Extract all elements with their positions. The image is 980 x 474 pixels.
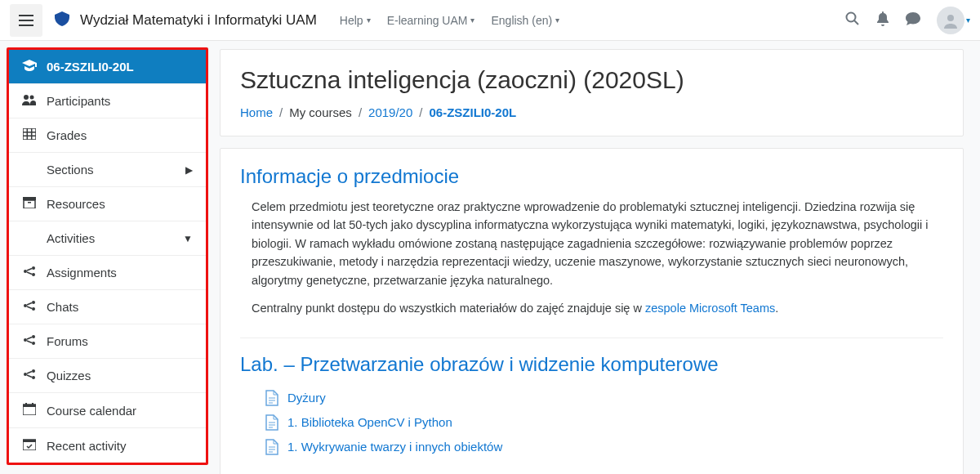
nav-help[interactable]: Help▾	[333, 9, 377, 32]
bell-icon	[876, 11, 889, 26]
users-icon	[22, 94, 37, 108]
svg-rect-25	[23, 440, 36, 442]
sidebar-item-label: 06-ZSZILI0-20L	[47, 60, 134, 74]
svg-point-18	[32, 369, 35, 373]
activity-list: Dyżury 1. Biblioteka OpenCV i Python 1. …	[240, 386, 943, 459]
chevron-down-icon: ▼	[183, 233, 193, 244]
sidebar-scroll[interactable]: 06-ZSZILI0-20L Participants Grades Secti…	[0, 41, 208, 474]
sidebar-item-participants[interactable]: Participants	[9, 84, 206, 118]
svg-point-12	[32, 301, 35, 304]
search-button[interactable]	[845, 11, 860, 29]
archive-icon	[22, 197, 37, 211]
section-info-body: Celem przedmiotu jest teoretyczne oraz p…	[240, 198, 943, 318]
share-icon	[22, 369, 37, 382]
notifications-button[interactable]	[876, 11, 889, 29]
sidebar-item-label: Grades	[47, 128, 87, 142]
sidebar-item-quizzes[interactable]: Quizzes	[9, 359, 206, 393]
sidebar-item-forums[interactable]: Forums	[9, 324, 206, 359]
svg-point-11	[24, 304, 27, 307]
sidebar-item-label: Assignments	[47, 266, 117, 279]
calendar-icon	[22, 403, 37, 418]
svg-rect-21	[23, 405, 36, 407]
logo-icon	[51, 10, 73, 31]
section-info-title[interactable]: Informacje o przedmiocie	[240, 165, 943, 188]
messages-button[interactable]	[906, 12, 920, 29]
svg-point-8	[24, 270, 27, 273]
sidebar-item-label: Resources	[47, 197, 105, 211]
sidebar-item-sections[interactable]: Sections ▶	[9, 153, 206, 187]
topbar: Wydział Matematyki i Informatyki UAM Hel…	[0, 0, 980, 41]
share-icon	[22, 300, 37, 314]
user-icon	[942, 12, 959, 29]
topbar-right: ▾	[845, 7, 970, 34]
page-icon	[265, 390, 279, 406]
teams-link[interactable]: zespole Microsoft Teams	[645, 302, 775, 315]
calendar-check-icon	[22, 438, 37, 453]
sidebar-item-grades[interactable]: Grades	[9, 118, 206, 153]
graduation-cap-icon	[22, 60, 37, 74]
site-logo[interactable]	[51, 9, 74, 32]
svg-line-1	[854, 20, 858, 25]
section-info-para1: Celem przedmiotu jest teoretyczne oraz p…	[252, 198, 943, 289]
breadcrumb-year[interactable]: 2019/20	[368, 105, 412, 119]
user-menu[interactable]: ▾	[937, 7, 970, 34]
svg-point-0	[847, 12, 856, 21]
svg-rect-7	[28, 202, 31, 203]
sidebar-item-label: Quizzes	[47, 369, 91, 382]
section-info-para2: Centralny punkt dostępu do wszystkich ma…	[252, 299, 943, 317]
page-icon	[265, 414, 279, 431]
menu-toggle-button[interactable]	[10, 4, 42, 37]
course-content-card: Informacje o przedmiocie Celem przedmiot…	[220, 148, 964, 474]
sidebar-item-chats[interactable]: Chats	[9, 290, 206, 324]
hamburger-icon	[19, 15, 33, 26]
sidebar-item-label: Chats	[47, 300, 78, 314]
caret-down-icon: ▾	[555, 16, 559, 25]
breadcrumb: Home / My courses / 2019/20 / 06-ZSZILI0…	[240, 105, 943, 119]
activity-link[interactable]: 1. Wykrywanie twarzy i innych obiektów	[287, 440, 502, 454]
breadcrumb-home[interactable]: Home	[240, 105, 273, 119]
sidebar-item-calendar[interactable]: Course calendar	[9, 393, 206, 428]
sidebar-item-recent[interactable]: Recent activity	[9, 428, 206, 463]
svg-point-10	[32, 273, 35, 276]
caret-down-icon: ▾	[966, 16, 970, 25]
sidebar-item-label: Participants	[47, 94, 110, 108]
chat-icon	[906, 12, 920, 25]
sidebar: 06-ZSZILI0-20L Participants Grades Secti…	[7, 47, 208, 465]
course-title: Sztuczna inteligencja (zaoczni) (2020SL)	[240, 66, 943, 94]
section-divider	[240, 338, 943, 338]
nav-elearning[interactable]: E-learning UAM▾	[381, 9, 482, 32]
sidebar-item-label: Activities	[47, 231, 95, 245]
section-lab-title[interactable]: Lab. – Przetwarzanie obrazów i widzenie …	[240, 353, 943, 376]
main-content[interactable]: Sztuczna inteligencja (zaoczni) (2020SL)…	[208, 41, 980, 474]
sidebar-item-label: Sections	[47, 163, 94, 177]
svg-point-2	[947, 15, 954, 21]
activity-link[interactable]: 1. Biblioteka OpenCV i Python	[287, 415, 452, 429]
activity-link[interactable]: Dyżury	[287, 391, 326, 405]
chevron-right-icon: ▶	[185, 164, 193, 176]
svg-point-16	[32, 342, 35, 345]
sidebar-item-assignments[interactable]: Assignments	[9, 256, 206, 290]
caret-down-icon: ▾	[367, 16, 371, 25]
top-nav: Help▾ E-learning UAM▾ English (en)▾	[333, 9, 566, 32]
site-brand[interactable]: Wydział Matematyki i Informatyki UAM	[80, 12, 317, 29]
svg-point-13	[32, 307, 35, 311]
svg-point-14	[24, 338, 27, 342]
sidebar-item-label: Recent activity	[47, 439, 127, 453]
svg-point-9	[32, 266, 35, 270]
nav-language[interactable]: English (en)▾	[484, 9, 566, 32]
svg-rect-6	[24, 200, 35, 208]
activity-item: Dyżury	[265, 386, 943, 410]
avatar	[937, 7, 964, 34]
sidebar-item-course[interactable]: 06-ZSZILI0-20L	[9, 50, 206, 84]
sidebar-item-resources[interactable]: Resources	[9, 187, 206, 221]
share-icon	[22, 266, 37, 279]
page-icon	[265, 439, 279, 455]
svg-point-15	[32, 335, 35, 338]
svg-rect-23	[32, 403, 33, 406]
breadcrumb-current: 06-ZSZILI0-20L	[429, 105, 516, 119]
sidebar-item-activities[interactable]: Activities ▼	[9, 221, 206, 256]
svg-rect-22	[25, 403, 27, 406]
sidebar-item-label: Course calendar	[47, 404, 136, 418]
svg-point-19	[32, 376, 35, 379]
grid-icon	[22, 128, 37, 142]
